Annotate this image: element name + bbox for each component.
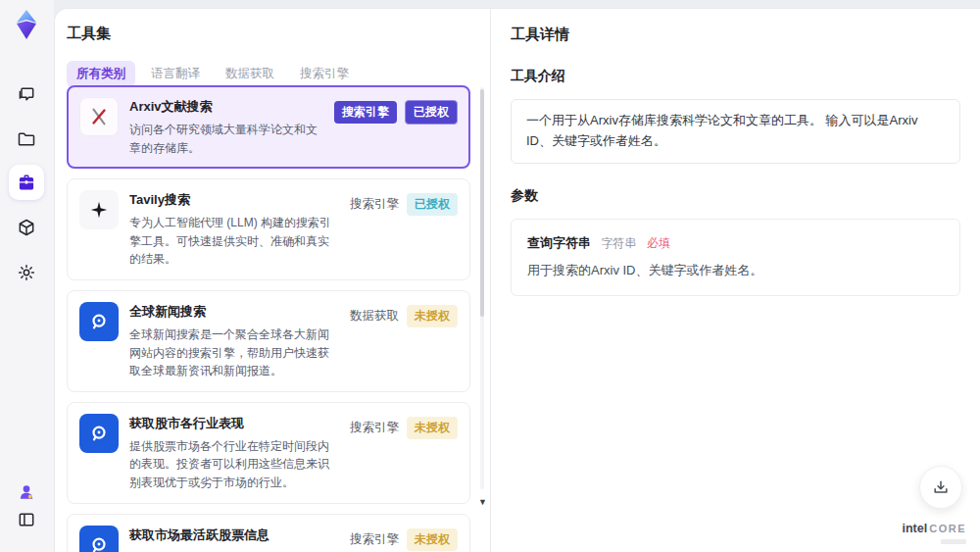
tool-badges: 搜索引擎 已授权 xyxy=(334,97,458,125)
tool-card-stock-sectors[interactable]: 获取股市各行业表现 提供股票市场各个行业在特定时间段内的表现。投资者可以利用这些… xyxy=(67,402,470,504)
category-label: 搜索引擎 xyxy=(350,196,399,213)
app-logo[interactable] xyxy=(10,8,43,41)
intro-heading: 工具介绍 xyxy=(511,68,960,85)
globe-search-icon xyxy=(79,302,119,341)
tool-detail-panel: 工具详情 工具介绍 一个用于从Arxiv存储库搜索科学论文和文章的工具。 输入可… xyxy=(491,9,980,552)
tab-all-categories[interactable]: 所有类别 xyxy=(67,61,135,87)
tool-desc: 访问各个研究领域大量科学论文和文章的存储库。 xyxy=(129,121,323,157)
param-required-badge: 必填 xyxy=(647,236,670,250)
app-rail xyxy=(0,0,54,552)
download-icon xyxy=(931,477,951,497)
tool-card-arxiv[interactable]: Arxiv文献搜索 访问各个研究领域大量科学论文和文章的存储库。 搜索引擎 已授… xyxy=(67,85,470,169)
param-header: 查询字符串 字符串 必填 xyxy=(527,233,944,252)
auth-badge: 已授权 xyxy=(407,193,458,216)
tab-search-engine[interactable]: 搜索引擎 xyxy=(290,61,359,87)
chat-icon[interactable] xyxy=(9,76,44,112)
tool-name: 获取股市各行业表现 xyxy=(129,415,339,432)
scroll-down-arrow[interactable]: ▼ xyxy=(478,497,487,507)
tool-badges: 搜索引擎 已授权 xyxy=(350,190,458,216)
auth-badge: 未授权 xyxy=(407,417,458,439)
core-brand-text: core xyxy=(929,523,966,534)
tool-name: Tavily搜索 xyxy=(129,191,339,209)
page-title: 工具集 xyxy=(67,25,478,43)
tool-badges: 数据获取 未授权 xyxy=(350,302,458,327)
intel-logo-bar xyxy=(941,539,966,544)
params-heading: 参数 xyxy=(511,187,960,205)
category-label: 数据获取 xyxy=(350,308,399,325)
category-label: 搜索引擎 xyxy=(350,420,399,436)
folder-icon[interactable] xyxy=(9,122,44,157)
tool-desc: 提供股票市场各个行业在特定时间段内的表现。投资者可以利用这些信息来识别表现优于或… xyxy=(129,437,339,492)
arxiv-icon xyxy=(79,97,119,136)
panel-toggle-icon[interactable] xyxy=(11,504,42,535)
tool-desc: 提供当天交易量最高的股票列表。投资者可以利用这些信息来识别流动性强的股票和潜在的… xyxy=(129,549,339,552)
param-name: 查询字符串 xyxy=(527,235,591,250)
toolbox-icon[interactable] xyxy=(9,165,44,200)
tool-card-global-news[interactable]: 全球新闻搜索 全球新闻搜索是一个聚合全球各大新闻网站内容的搜索引擎，帮助用户快速… xyxy=(67,290,470,392)
tool-list-panel: 工具集 所有类别 语言翻译 数据获取 搜索引擎 Arxiv文献搜索 访问各个研究… xyxy=(55,9,491,552)
tool-desc: 专为人工智能代理 (LLM) 构建的搜索引擎工具。可快速提供实时、准确和真实的结… xyxy=(129,214,339,269)
intel-core-logo: intelcore xyxy=(903,519,966,544)
tool-card-active-stocks[interactable]: 获取市场最活跃股票信息 提供当天交易量最高的股票列表。投资者可以利用这些信息来识… xyxy=(67,514,470,552)
tool-badges: 搜索引擎 未授权 xyxy=(350,526,458,551)
tool-list: Arxiv文献搜索 访问各个研究领域大量科学论文和文章的存储库。 搜索引擎 已授… xyxy=(67,85,470,552)
globe-search-icon xyxy=(79,526,119,552)
auth-badge: 未授权 xyxy=(407,305,458,327)
param-desc: 用于搜索的Arxiv ID、关键字或作者姓名。 xyxy=(527,262,944,279)
auth-badge: 未授权 xyxy=(407,528,458,551)
tavily-icon xyxy=(79,190,119,229)
detail-title: 工具详情 xyxy=(511,25,960,44)
scrollbar-thumb[interactable] xyxy=(480,89,484,317)
tool-desc: 全球新闻搜索是一个聚合全球各大新闻网站内容的搜索引擎，帮助用户快速获取全球最新资… xyxy=(129,326,339,380)
globe-search-icon xyxy=(79,414,119,453)
tool-badges: 搜索引擎 未授权 xyxy=(350,414,458,439)
intro-text-box: 一个用于从Arxiv存储库搜索科学论文和文章的工具。 输入可以是Arxiv ID… xyxy=(511,99,960,164)
category-badge: 搜索引擎 xyxy=(334,101,397,124)
tool-name: 获取市场最活跃股票信息 xyxy=(129,527,339,544)
tab-language-translation[interactable]: 语言翻译 xyxy=(141,61,210,87)
param-card: 查询字符串 字符串 必填 用于搜索的Arxiv ID、关键字或作者姓名。 xyxy=(511,219,960,296)
gear-icon[interactable] xyxy=(9,255,44,290)
tool-card-tavily[interactable]: Tavily搜索 专为人工智能代理 (LLM) 构建的搜索引擎工具。可快速提供实… xyxy=(67,178,470,280)
main-surface: 工具集 所有类别 语言翻译 数据获取 搜索引擎 Arxiv文献搜索 访问各个研究… xyxy=(54,8,980,552)
category-label: 搜索引擎 xyxy=(350,531,399,548)
download-button[interactable] xyxy=(919,466,962,509)
cube-icon[interactable] xyxy=(9,210,44,245)
category-tabs: 所有类别 语言翻译 数据获取 搜索引擎 xyxy=(67,61,478,87)
auth-badge: 已授权 xyxy=(405,100,458,125)
intel-brand-text: intel xyxy=(903,522,928,535)
tool-name: Arxiv文献搜索 xyxy=(129,98,323,116)
tab-data-acquisition[interactable]: 数据获取 xyxy=(216,61,284,87)
tool-name: 全球新闻搜索 xyxy=(129,303,339,321)
param-type: 字符串 xyxy=(601,236,636,250)
